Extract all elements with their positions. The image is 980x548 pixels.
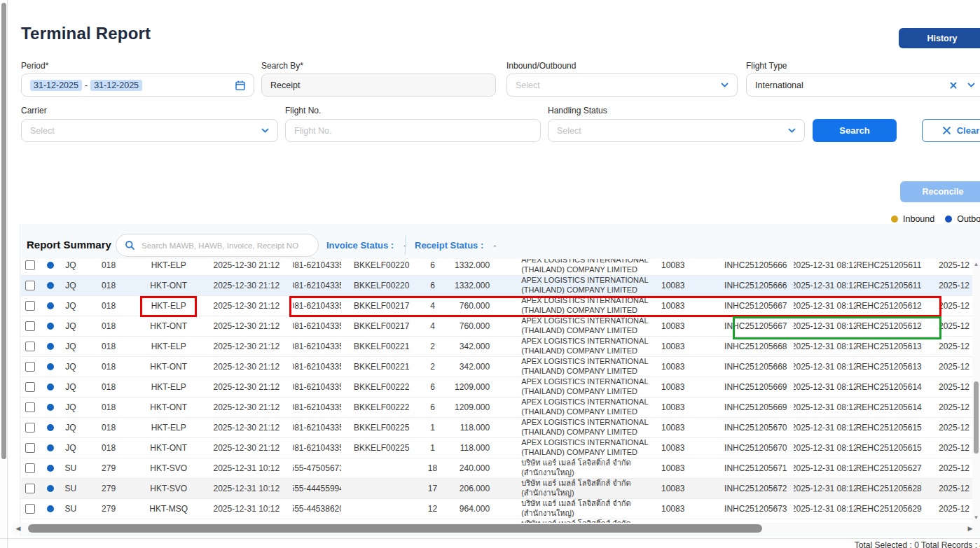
scroll-up-icon[interactable]: ▲ [972,261,980,267]
chevron-down-icon[interactable] [720,80,729,90]
row-checkbox[interactable] [25,281,35,290]
table-horizontal-scrollbar-thumb[interactable] [28,524,762,533]
chevron-down-icon[interactable] [967,80,976,90]
customer-cell: APEX LOGISTICS INTERNATIONAL (THAILAND) … [512,418,657,437]
status-divider [405,236,406,255]
row-checkbox[interactable] [25,443,35,453]
table-row[interactable]: JQ 018 HKT-ONT 2025-12-30 21:12 081-6210… [21,438,980,458]
mawb-cell: 081-62104335 [293,418,341,437]
flight-no-cell: 279 [81,479,137,498]
invoice-date-cell: 2025-12-31 08:12 [794,316,856,336]
row-checkbox[interactable] [25,342,35,351]
table-row[interactable]: JQ 018 HKT-ELP 2025-12-30 21:12 081-6210… [21,337,980,357]
flight-date-cell: 2025-12-30 21:12 [200,276,293,295]
row-checkbox[interactable] [25,463,35,473]
route-cell: HKT-ELP [137,259,200,275]
calendar-icon[interactable] [235,80,246,91]
search-button[interactable]: Search [813,119,897,142]
weight-cell: 118.000 [443,418,512,437]
clear-button[interactable]: Clear [922,119,980,142]
table-row[interactable]: JQ 018 HKT-ONT 2025-12-30 21:12 081-6210… [21,357,980,377]
table-row[interactable]: JQ 018 HKT-ELP 2025-12-30 21:12 081-6210… [21,418,980,438]
weight-cell: 1332.000 [443,276,512,295]
invoice-date-cell: 2025-12-31 08:12 [794,377,856,397]
scroll-right-icon[interactable]: ▶ [965,525,976,532]
table-row[interactable]: JQ 018 HKT-ELP 2025-12-30 21:12 081-6210… [21,259,980,276]
terminal-report-page: Terminal Report History Period* Search B… [0,0,980,548]
row-checkbox[interactable] [25,423,35,433]
table-vertical-scrollbar[interactable]: ▲ ▼ [972,259,980,523]
table-row[interactable]: JQ 018 HKT-ONT 2025-12-30 21:12 081-6210… [21,398,980,418]
page-vertical-scrollbar-thumb[interactable] [1,3,6,459]
outbound-dot-icon [47,343,54,350]
row-checkbox[interactable] [25,382,35,392]
table-row[interactable]: JQ 018 HKT-ELP 2025-12-30 21:12 081-6210… [21,296,980,316]
flight-date-cell: 2025-12-30 21:12 [200,316,293,336]
scroll-left-icon[interactable]: ◀ [13,525,24,532]
chevron-down-icon[interactable] [261,126,270,135]
chevron-down-icon[interactable] [787,126,796,135]
flight-type-select[interactable]: International [746,73,980,97]
invoice-no-cell: INHC251205668 [718,357,794,377]
customer-cell: APEX LOGISTICS INTERNATIONAL (THAILAND) … [512,276,657,295]
customer-cell: APEX LOGISTICS INTERNATIONAL (THAILAND) … [512,357,657,377]
table-row[interactable]: JQ 018 HKT-ONT 2025-12-30 21:12 081-6210… [21,316,980,337]
route-cell: HKT-ONT [137,316,200,336]
period-to-chip[interactable]: 31-12-2025 [90,80,142,91]
route-cell: HKT-SVO [137,458,200,478]
customer-cell: บริษัท แอร์ เมลล์ โลจิสติ๊กส์ จำกัด (สำน… [512,458,657,478]
branch-cell: 10083 [657,499,718,519]
receipt-no-cell: REHC251205611 [856,276,922,295]
table-row[interactable]: SU 279 HKT-MSQ 2025-12-31 10:12 555-4453… [21,499,980,519]
carrier-select[interactable]: Select [21,119,278,142]
scroll-down-icon[interactable]: ▼ [972,514,980,521]
row-checkbox[interactable] [25,504,35,514]
receipt-no-cell: REHC251205612 [856,296,922,316]
route-cell: HKT-SVO [137,479,200,498]
carrier-cell: JQ [61,259,81,275]
carrier-cell: JQ [61,276,81,295]
table-row[interactable]: SU 279 HKT-SVO 2025-12-31 10:12 555-4750… [21,458,980,479]
branch-cell: 10083 [657,398,718,417]
search-by-field[interactable]: Receipt [261,73,496,97]
table-row[interactable]: JQ 018 HKT-ONT 2025-12-30 21:12 081-6210… [21,276,980,296]
receipt-date-cell: 2025-12 [922,438,980,458]
row-checkbox[interactable] [25,484,35,493]
period-from-chip[interactable]: 31-12-2025 [30,80,82,91]
handling-status-select[interactable]: Select [548,119,805,142]
carrier-label: Carrier [21,106,47,115]
inbound-outbound-select[interactable]: Select [506,73,738,97]
flight-no-cell: 018 [81,377,137,397]
row-checkbox[interactable] [25,362,35,372]
row-checkbox[interactable] [25,321,35,331]
invoice-date-cell: 2025-12-31 08:12 [794,418,856,437]
pieces-cell: 2 [422,357,443,377]
hawb-cell: BKKELF00225 [341,438,422,458]
report-table[interactable]: JQ 018 HKT-ELP 2025-12-30 21:12 081-6210… [21,259,980,523]
table-horizontal-scrollbar[interactable]: ◀ ▶ [13,523,980,534]
flight-no-placeholder: Flight No. [294,126,332,136]
table-row[interactable]: JQ 018 HKT-ELP 2025-12-30 21:12 081-6210… [21,377,980,398]
page-vertical-scrollbar[interactable] [0,0,8,548]
pieces-cell: 6 [422,377,443,397]
row-checkbox[interactable] [25,402,35,412]
clear-selection-x-icon[interactable] [949,81,958,90]
flight-date-cell: 2025-12-30 21:12 [200,418,293,437]
handling-status-label: Handling Status [548,106,607,115]
flight-no-input[interactable]: Flight No. [285,119,541,142]
invoice-date-cell: 2025-12-31 08:12 [794,259,856,275]
row-checkbox[interactable] [25,301,35,311]
flight-date-cell: 2025-12-30 21:12 [200,296,293,316]
table-row[interactable]: SU 279 HKT-SVO 2025-12-31 10:12 555-4445… [21,479,980,499]
table-vertical-scrollbar-thumb[interactable] [974,381,979,454]
branch-cell: 10083 [657,337,718,356]
route-cell: HKT-ONT [137,398,200,417]
search-button-label: Search [839,125,869,136]
hawb-cell: BKKELF00222 [341,377,422,397]
reconcile-button[interactable]: Reconcile [900,181,980,202]
history-button[interactable]: History [899,28,980,48]
table-search-input[interactable]: Search MAWB, HAWB, Invoice, Receipt NO [116,234,319,257]
row-checkbox[interactable] [25,260,35,270]
receipt-no-cell: REHC251205627 [856,458,922,478]
period-range-field[interactable]: 31-12-2025 - 31-12-2025 [21,73,254,97]
